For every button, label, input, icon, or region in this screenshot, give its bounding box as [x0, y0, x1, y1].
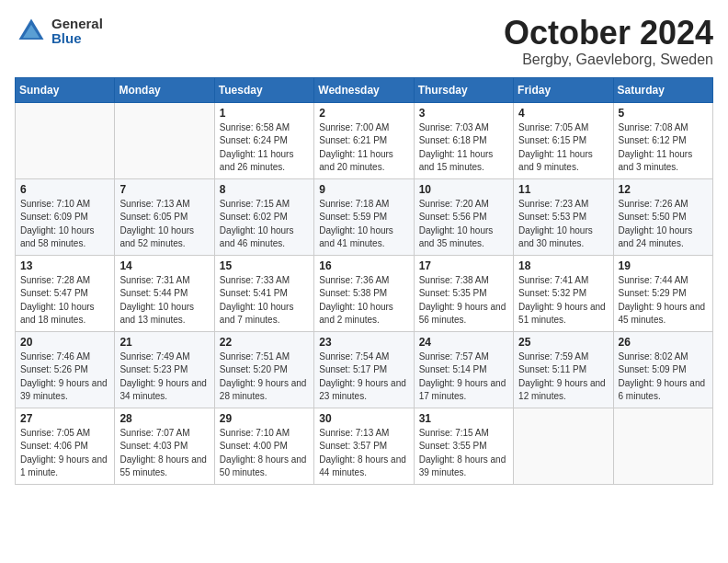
logo-blue: Blue — [51, 31, 103, 47]
day-number: 26 — [619, 336, 708, 349]
day-cell: 11Sunrise: 7:23 AMSunset: 5:53 PMDayligh… — [514, 178, 613, 255]
day-cell — [613, 408, 712, 484]
day-number: 1 — [220, 107, 309, 120]
location-title: Bergby, Gaevleborg, Sweden — [504, 52, 713, 68]
page-header: General Blue October 2024 Bergby, Gaevle… — [15, 15, 713, 68]
day-cell: 9Sunrise: 7:18 AMSunset: 5:59 PMDaylight… — [314, 178, 414, 255]
day-info: Sunrise: 8:02 AMSunset: 5:09 PMDaylight:… — [619, 350, 708, 404]
day-number: 3 — [419, 107, 508, 120]
day-cell: 5Sunrise: 7:08 AMSunset: 6:12 PMDaylight… — [613, 102, 712, 178]
day-number: 16 — [319, 259, 408, 272]
day-number: 28 — [119, 412, 209, 425]
day-cell: 25Sunrise: 7:59 AMSunset: 5:11 PMDayligh… — [514, 331, 613, 408]
day-number: 11 — [518, 183, 608, 196]
month-title: October 2024 — [504, 15, 713, 52]
day-info: Sunrise: 7:54 AMSunset: 5:17 PMDaylight:… — [319, 350, 408, 404]
week-row-2: 13Sunrise: 7:28 AMSunset: 5:47 PMDayligh… — [16, 255, 713, 331]
day-number: 6 — [20, 183, 109, 196]
header-monday: Monday — [115, 77, 214, 102]
day-cell: 17Sunrise: 7:38 AMSunset: 5:35 PMDayligh… — [414, 255, 513, 331]
day-number: 13 — [20, 259, 109, 272]
day-cell: 29Sunrise: 7:10 AMSunset: 4:00 PMDayligh… — [214, 408, 313, 484]
header-thursday: Thursday — [414, 77, 513, 102]
header-row: SundayMondayTuesdayWednesdayThursdayFrid… — [16, 77, 713, 102]
week-row-1: 6Sunrise: 7:10 AMSunset: 6:09 PMDaylight… — [16, 178, 713, 255]
day-number: 27 — [20, 412, 109, 425]
day-number: 24 — [419, 336, 508, 349]
header-saturday: Saturday — [613, 77, 712, 102]
day-info: Sunrise: 7:36 AMSunset: 5:38 PMDaylight:… — [319, 274, 408, 327]
day-info: Sunrise: 7:59 AMSunset: 5:11 PMDaylight:… — [518, 350, 608, 404]
day-info: Sunrise: 7:46 AMSunset: 5:26 PMDaylight:… — [20, 350, 109, 404]
day-info: Sunrise: 7:05 AMSunset: 6:15 PMDaylight:… — [518, 121, 608, 175]
day-number: 8 — [220, 183, 309, 196]
day-cell — [514, 408, 613, 484]
day-number: 10 — [419, 183, 508, 196]
day-info: Sunrise: 7:57 AMSunset: 5:14 PMDaylight:… — [419, 350, 508, 404]
title-block: October 2024 Bergby, Gaevleborg, Sweden — [504, 15, 713, 68]
day-number: 21 — [119, 336, 209, 349]
day-info: Sunrise: 7:49 AMSunset: 5:23 PMDaylight:… — [119, 350, 209, 404]
day-info: Sunrise: 7:28 AMSunset: 5:47 PMDaylight:… — [20, 274, 109, 327]
day-number: 9 — [319, 183, 408, 196]
day-info: Sunrise: 7:44 AMSunset: 5:29 PMDaylight:… — [619, 274, 708, 327]
day-number: 23 — [319, 336, 408, 349]
day-info: Sunrise: 7:13 AMSunset: 3:57 PMDaylight:… — [319, 427, 408, 480]
day-cell: 20Sunrise: 7:46 AMSunset: 5:26 PMDayligh… — [16, 331, 115, 408]
day-info: Sunrise: 7:51 AMSunset: 5:20 PMDaylight:… — [220, 350, 309, 404]
day-number: 2 — [319, 107, 408, 120]
day-cell: 1Sunrise: 6:58 AMSunset: 6:24 PMDaylight… — [214, 102, 313, 178]
logo-general: General — [51, 17, 103, 32]
day-cell: 28Sunrise: 7:07 AMSunset: 4:03 PMDayligh… — [115, 408, 214, 484]
day-cell: 31Sunrise: 7:15 AMSunset: 3:55 PMDayligh… — [414, 408, 513, 484]
day-info: Sunrise: 7:13 AMSunset: 6:05 PMDaylight:… — [119, 198, 209, 251]
logo: General Blue — [15, 15, 103, 48]
day-info: Sunrise: 7:26 AMSunset: 5:50 PMDaylight:… — [619, 198, 708, 251]
day-cell: 24Sunrise: 7:57 AMSunset: 5:14 PMDayligh… — [414, 331, 513, 408]
day-cell — [115, 102, 214, 178]
day-cell: 23Sunrise: 7:54 AMSunset: 5:17 PMDayligh… — [314, 331, 414, 408]
day-number: 30 — [319, 412, 408, 425]
day-cell: 7Sunrise: 7:13 AMSunset: 6:05 PMDaylight… — [115, 178, 214, 255]
week-row-0: 1Sunrise: 6:58 AMSunset: 6:24 PMDaylight… — [16, 102, 713, 178]
header-sunday: Sunday — [16, 77, 115, 102]
day-info: Sunrise: 7:18 AMSunset: 5:59 PMDaylight:… — [319, 198, 408, 251]
day-info: Sunrise: 7:05 AMSunset: 4:06 PMDaylight:… — [20, 427, 109, 480]
day-cell — [16, 102, 115, 178]
day-cell: 15Sunrise: 7:33 AMSunset: 5:41 PMDayligh… — [214, 255, 313, 331]
day-cell: 14Sunrise: 7:31 AMSunset: 5:44 PMDayligh… — [115, 255, 214, 331]
day-info: Sunrise: 7:10 AMSunset: 6:09 PMDaylight:… — [20, 198, 109, 251]
header-friday: Friday — [514, 77, 613, 102]
day-cell: 22Sunrise: 7:51 AMSunset: 5:20 PMDayligh… — [214, 331, 313, 408]
day-cell: 2Sunrise: 7:00 AMSunset: 6:21 PMDaylight… — [314, 102, 414, 178]
day-info: Sunrise: 7:15 AMSunset: 6:02 PMDaylight:… — [220, 198, 309, 251]
day-cell: 4Sunrise: 7:05 AMSunset: 6:15 PMDaylight… — [514, 102, 613, 178]
day-cell: 8Sunrise: 7:15 AMSunset: 6:02 PMDaylight… — [214, 178, 313, 255]
header-wednesday: Wednesday — [314, 77, 414, 102]
day-cell: 21Sunrise: 7:49 AMSunset: 5:23 PMDayligh… — [115, 331, 214, 408]
day-number: 12 — [619, 183, 708, 196]
day-info: Sunrise: 7:03 AMSunset: 6:18 PMDaylight:… — [419, 121, 508, 175]
day-number: 22 — [220, 336, 309, 349]
day-cell: 18Sunrise: 7:41 AMSunset: 5:32 PMDayligh… — [514, 255, 613, 331]
day-info: Sunrise: 7:00 AMSunset: 6:21 PMDaylight:… — [319, 121, 408, 175]
day-number: 17 — [419, 259, 508, 272]
day-cell: 13Sunrise: 7:28 AMSunset: 5:47 PMDayligh… — [16, 255, 115, 331]
day-number: 4 — [518, 107, 608, 120]
day-info: Sunrise: 7:08 AMSunset: 6:12 PMDaylight:… — [619, 121, 708, 175]
day-cell: 10Sunrise: 7:20 AMSunset: 5:56 PMDayligh… — [414, 178, 513, 255]
calendar-table: SundayMondayTuesdayWednesdayThursdayFrid… — [15, 77, 713, 485]
day-info: Sunrise: 7:10 AMSunset: 4:00 PMDaylight:… — [220, 427, 309, 480]
day-cell: 12Sunrise: 7:26 AMSunset: 5:50 PMDayligh… — [613, 178, 712, 255]
day-info: Sunrise: 7:31 AMSunset: 5:44 PMDaylight:… — [119, 274, 209, 327]
week-row-4: 27Sunrise: 7:05 AMSunset: 4:06 PMDayligh… — [16, 408, 713, 484]
logo-icon — [15, 15, 48, 48]
day-number: 20 — [20, 336, 109, 349]
day-number: 31 — [419, 412, 508, 425]
day-cell: 26Sunrise: 8:02 AMSunset: 5:09 PMDayligh… — [613, 331, 712, 408]
day-info: Sunrise: 7:07 AMSunset: 4:03 PMDaylight:… — [119, 427, 209, 480]
header-tuesday: Tuesday — [214, 77, 313, 102]
day-info: Sunrise: 7:23 AMSunset: 5:53 PMDaylight:… — [518, 198, 608, 251]
day-info: Sunrise: 7:33 AMSunset: 5:41 PMDaylight:… — [220, 274, 309, 327]
day-number: 18 — [518, 259, 608, 272]
